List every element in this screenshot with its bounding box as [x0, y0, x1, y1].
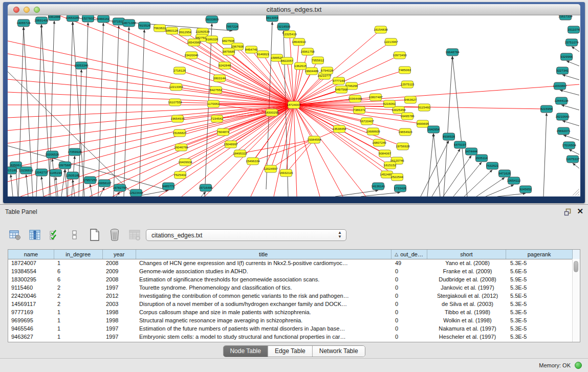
- table-cell[interactable]: 0: [392, 300, 428, 309]
- memory-status-icon[interactable]: [575, 362, 582, 369]
- table-cell[interactable]: Tourette syndrome. Phenomenology and cla…: [136, 284, 392, 292]
- node[interactable]: 12444138: [554, 97, 569, 104]
- citation-edge[interactable]: [98, 23, 103, 196]
- node[interactable]: 16210643: [555, 113, 570, 120]
- table-cell[interactable]: 5.5E-5: [507, 292, 574, 300]
- table-cell[interactable]: 2008: [103, 259, 136, 268]
- float-window-icon[interactable]: [564, 208, 572, 216]
- selected-node[interactable]: 7663822: [154, 25, 166, 32]
- selected-node[interactable]: 7604874: [217, 128, 230, 136]
- selected-node[interactable]: 10807487: [368, 94, 383, 101]
- citation-edge[interactable]: [139, 30, 144, 196]
- selected-node[interactable]: 16932115: [279, 169, 293, 177]
- citation-edge[interactable]: [68, 22, 73, 196]
- table-cell[interactable]: Changes of HCN gene expression and I(f) …: [136, 259, 392, 268]
- selected-edge[interactable]: [294, 76, 324, 105]
- citation-edge[interactable]: [464, 170, 492, 196]
- citation-edge[interactable]: [114, 26, 119, 196]
- selected-node[interactable]: 7625402: [174, 171, 187, 179]
- table-cell[interactable]: 1997: [103, 284, 136, 292]
- selected-node[interactable]: 16495786: [400, 113, 415, 120]
- node[interactable]: 10653287: [66, 15, 80, 21]
- table-cell[interactable]: 6: [54, 276, 103, 284]
- table-row[interactable]: 946554611997Estimation of the future num…: [8, 325, 580, 333]
- selected-node[interactable]: 12024557: [264, 165, 278, 172]
- selected-edge[interactable]: [287, 61, 294, 105]
- selected-edge[interactable]: [294, 30, 381, 105]
- node[interactable]: 1511074: [568, 26, 580, 33]
- table-cell[interactable]: 6: [54, 268, 103, 276]
- citation-edge[interactable]: [443, 156, 471, 196]
- node[interactable]: 21617334: [558, 15, 573, 20]
- selected-node[interactable]: 19756928: [396, 143, 410, 150]
- selected-node[interactable]: 1615152: [384, 162, 397, 169]
- node[interactable]: 9474444: [465, 148, 478, 155]
- node[interactable]: 1527602: [82, 15, 95, 22]
- selected-edge[interactable]: [20, 105, 294, 196]
- selected-node[interactable]: 19384554: [307, 136, 321, 143]
- node[interactable]: 17359928: [68, 148, 82, 156]
- column-header-title[interactable]: title: [136, 250, 391, 259]
- node[interactable]: 12923448: [129, 189, 143, 196]
- selected-edge[interactable]: [90, 15, 294, 105]
- node[interactable]: 15751074: [564, 39, 579, 46]
- table-cell[interactable]: Investigating the contribution of common…: [136, 292, 392, 300]
- table-cell[interactable]: 19384554: [8, 268, 54, 276]
- citation-edge[interactable]: [83, 23, 88, 196]
- selected-node[interactable]: 1362615: [294, 62, 307, 70]
- table-cell[interactable]: 5.3E-5: [507, 300, 574, 309]
- selected-node[interactable]: 15048997: [224, 141, 238, 148]
- table-cell[interactable]: 1: [54, 333, 103, 341]
- citation-edge[interactable]: [444, 56, 452, 196]
- node[interactable]: 13156819: [19, 167, 33, 174]
- table-row[interactable]: 2242004622012Investigating the contribut…: [8, 292, 580, 300]
- citation-edge[interactable]: [452, 56, 467, 196]
- selected-node[interactable]: 8186328: [206, 36, 219, 43]
- citation-edge[interactable]: [563, 135, 579, 140]
- selected-node[interactable]: 18640910: [292, 38, 306, 46]
- node[interactable]: 12505185: [66, 172, 80, 179]
- table-cell[interactable]: 0: [392, 268, 428, 276]
- table-cell[interactable]: Tibbo et al. (1998): [428, 309, 507, 317]
- node[interactable]: 11675337: [565, 156, 580, 163]
- selected-node[interactable]: 15496334: [246, 158, 260, 165]
- selected-node[interactable]: 2803144: [213, 75, 226, 82]
- column-header-in_degree[interactable]: in_degree: [54, 250, 103, 259]
- table-cell[interactable]: Hescheler et al. (1997): [428, 333, 507, 341]
- selected-edge[interactable]: [294, 105, 343, 196]
- table-row[interactable]: 1830029562008Estimation of significance …: [8, 276, 580, 284]
- table-cell[interactable]: 5.3E-5: [507, 333, 574, 341]
- citation-edge[interactable]: [61, 169, 65, 196]
- table-cell[interactable]: Jankovic et al. (1997): [428, 284, 507, 292]
- selected-edge[interactable]: [8, 54, 294, 105]
- node[interactable]: 9361886: [48, 15, 61, 20]
- citation-edge[interactable]: [41, 177, 43, 196]
- citation-edge[interactable]: [427, 134, 433, 196]
- table-cell[interactable]: 5.3E-5: [507, 317, 574, 325]
- selected-node[interactable]: 6216061: [383, 100, 396, 107]
- column-header-short[interactable]: short: [427, 250, 507, 259]
- table-cell[interactable]: 14569117: [8, 300, 54, 309]
- column-header-name[interactable]: name: [8, 250, 54, 259]
- row-height-icon[interactable]: [68, 228, 81, 242]
- citation-edge[interactable]: [562, 121, 579, 126]
- selected-edge[interactable]: [8, 105, 294, 118]
- selected-node[interactable]: 9242848: [219, 62, 231, 69]
- node[interactable]: 9227341: [556, 67, 569, 74]
- table-cell[interactable]: 1997: [103, 333, 136, 341]
- table-cell[interactable]: 9699695: [8, 317, 54, 325]
- table-cell[interactable]: Nakamura et al. (1997): [428, 325, 507, 333]
- citation-edge[interactable]: [453, 162, 482, 196]
- selected-node[interactable]: 6497568: [335, 86, 348, 93]
- table-cell[interactable]: 5.3E-5: [507, 309, 574, 317]
- selected-node[interactable]: 7955812: [312, 57, 324, 64]
- table-cell[interactable]: 2009: [103, 268, 136, 276]
- table-cell[interactable]: 1997: [103, 325, 136, 333]
- show-column-icon[interactable]: [28, 228, 41, 242]
- selected-node[interactable]: 16720407: [360, 118, 374, 125]
- node[interactable]: 17016504: [562, 142, 576, 149]
- node[interactable]: 7632621: [486, 162, 499, 169]
- table-row[interactable]: 1456911722003Disruption of a novel membe…: [8, 300, 580, 309]
- node[interactable]: 14136141: [371, 183, 385, 190]
- table-cell[interactable]: 2012: [103, 292, 136, 300]
